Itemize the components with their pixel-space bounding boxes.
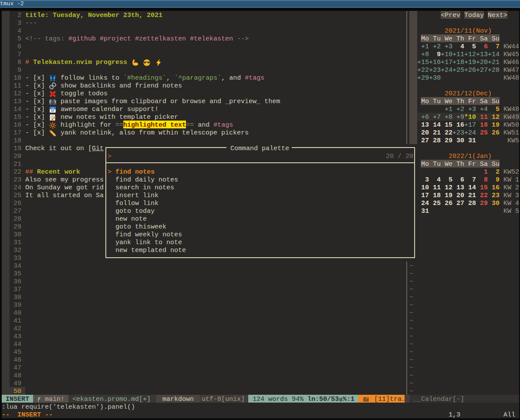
svg-text:July: July: [51, 107, 54, 109]
svg-text:17: 17: [51, 109, 54, 112]
